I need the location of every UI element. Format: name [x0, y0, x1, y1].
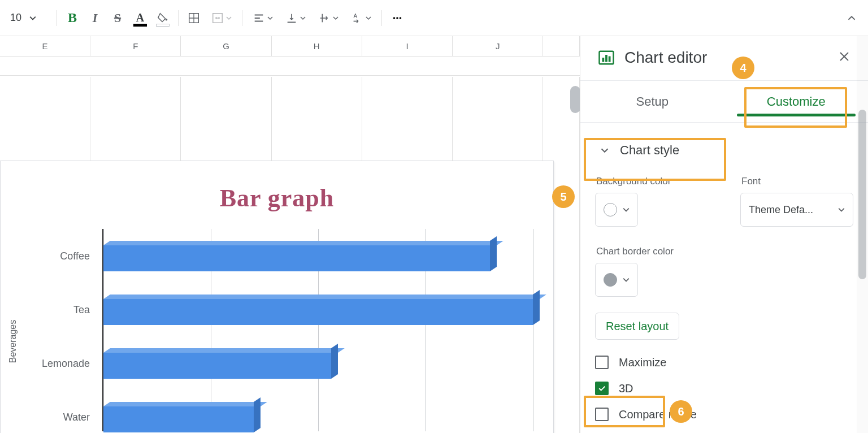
- align-bottom-icon: [285, 12, 298, 24]
- merge-cells-button[interactable]: [206, 7, 237, 29]
- font-dropdown[interactable]: Theme Defa...: [740, 193, 853, 227]
- section-label: Chart style: [620, 143, 679, 158]
- column-header[interactable]: F: [90, 36, 181, 56]
- background-color-picker[interactable]: [595, 193, 638, 227]
- italic-button[interactable]: I: [84, 7, 106, 29]
- more-horizontal-icon: [391, 12, 403, 24]
- checkbox-checked[interactable]: [595, 382, 609, 395]
- border-color-field: Chart border color: [595, 246, 853, 297]
- paint-bucket-icon: [157, 12, 169, 24]
- fill-color-button[interactable]: [152, 7, 173, 29]
- font-size-dropdown[interactable]: 10: [6, 10, 41, 27]
- chevron-down-icon: [226, 15, 232, 21]
- toolbar-separator: [381, 10, 382, 26]
- chevron-down-icon: [333, 15, 338, 21]
- field-label: Font: [741, 176, 852, 187]
- align-left-icon: [253, 12, 265, 24]
- compare-mode-label: Compare mode: [619, 408, 697, 421]
- chevron-down-icon: [366, 15, 371, 21]
- category-label: Coffee: [18, 250, 97, 262]
- chevron-down-icon: [598, 144, 611, 157]
- maximize-label: Maximize: [619, 356, 666, 369]
- chevron-down-icon: [300, 15, 306, 21]
- bar: [103, 348, 331, 374]
- bar: [103, 402, 254, 428]
- grid-row: [0, 57, 580, 76]
- chevron-up-icon: [845, 12, 858, 24]
- merge-icon: [211, 12, 224, 24]
- sidebar-scrollbar[interactable]: [857, 36, 868, 433]
- chevron-down-icon: [29, 15, 36, 21]
- bar: [103, 295, 533, 321]
- sheet-scrollbar[interactable]: [570, 58, 580, 131]
- column-headers: EFGHIJ: [0, 36, 580, 57]
- svg-text:A: A: [354, 13, 358, 19]
- chevron-down-icon: [623, 276, 630, 283]
- sidebar-body: Chart style Background color Font Theme …: [580, 123, 868, 421]
- chart-editor-sidebar: Chart editor Setup Customize Chart style…: [580, 36, 868, 433]
- svg-point-6: [400, 17, 402, 19]
- checkbox-unchecked[interactable]: [595, 356, 609, 369]
- chart-editor-icon: [597, 49, 615, 67]
- vertical-align-button[interactable]: [280, 7, 311, 29]
- background-color-field: Background color: [595, 172, 700, 227]
- sidebar-title: Chart editor: [624, 49, 707, 67]
- horizontal-align-button[interactable]: [247, 7, 279, 29]
- sidebar-tabs: Setup Customize: [580, 81, 868, 123]
- chevron-down-icon: [267, 15, 273, 21]
- chart-title: Bar graph: [1, 184, 553, 213]
- field-label: Chart border color: [596, 246, 852, 257]
- svg-point-0: [166, 18, 168, 20]
- field-label: Background color: [596, 176, 698, 187]
- svg-rect-10: [609, 57, 611, 62]
- text-rotation-button[interactable]: A: [345, 7, 377, 29]
- borders-icon: [188, 12, 200, 24]
- column-header[interactable]: H: [272, 36, 362, 56]
- plot-area: [102, 229, 531, 431]
- strikethrough-button[interactable]: S: [107, 7, 128, 29]
- close-button[interactable]: [837, 50, 851, 66]
- color-swatch-gray: [604, 273, 617, 287]
- chart-body: Beverages 02505007501000 CoffeeTeaLemona…: [18, 229, 536, 433]
- text-wrap-button[interactable]: [313, 7, 344, 29]
- border-color-picker[interactable]: [595, 263, 638, 297]
- category-label: Lemonade: [18, 357, 97, 369]
- 3d-label: 3D: [619, 382, 633, 395]
- tab-customize[interactable]: Customize: [724, 81, 869, 122]
- bar: [103, 241, 490, 267]
- chart[interactable]: Bar graph Beverages 02505007501000 Coffe…: [0, 161, 554, 433]
- toolbar-separator: [57, 10, 57, 26]
- 3d-option[interactable]: 3D: [595, 382, 853, 395]
- column-header[interactable]: G: [181, 36, 271, 56]
- check-icon: [597, 384, 606, 393]
- column-header[interactable]: [543, 36, 580, 56]
- tab-setup[interactable]: Setup: [580, 81, 724, 122]
- collapse-toolbar-button[interactable]: [841, 7, 862, 29]
- font-value: Theme Defa...: [749, 204, 813, 216]
- chart-style-section[interactable]: Chart style: [595, 128, 853, 172]
- text-overflow-icon: [318, 12, 331, 24]
- toolbar: 10 B I S A A: [0, 0, 868, 36]
- chevron-down-icon: [623, 206, 630, 213]
- svg-rect-8: [602, 58, 605, 62]
- color-swatch-white: [604, 203, 617, 216]
- more-button[interactable]: [387, 7, 408, 29]
- reset-layout-button[interactable]: Reset layout: [595, 313, 679, 340]
- close-icon: [837, 50, 851, 63]
- borders-button[interactable]: [183, 7, 205, 29]
- text-rotation-icon: A: [351, 12, 363, 24]
- svg-point-5: [396, 17, 398, 19]
- column-header[interactable]: J: [453, 36, 543, 56]
- column-header[interactable]: E: [0, 36, 90, 56]
- text-color-button[interactable]: A: [129, 7, 151, 29]
- column-header[interactable]: I: [362, 36, 453, 56]
- font-size-value: 10: [10, 12, 21, 24]
- y-axis-label: Beverages: [8, 320, 18, 363]
- maximize-option[interactable]: Maximize: [595, 356, 853, 369]
- checkbox-unchecked[interactable]: [595, 408, 609, 421]
- toolbar-separator: [178, 10, 179, 26]
- bold-button[interactable]: B: [62, 7, 83, 29]
- spreadsheet-area[interactable]: EFGHIJ Bar graph Beverages 0250500750100…: [0, 36, 580, 433]
- compare-mode-option[interactable]: Compare mode: [595, 408, 853, 421]
- category-label: Tea: [18, 304, 97, 315]
